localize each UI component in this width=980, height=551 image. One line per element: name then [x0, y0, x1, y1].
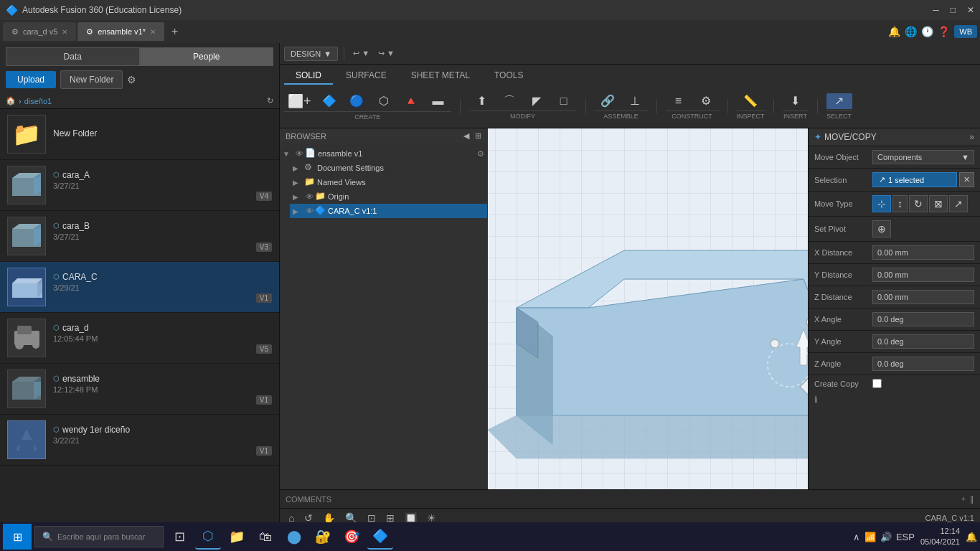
list-item[interactable]: ⬡ cara_d 12:05:44 PM V5: [0, 313, 279, 364]
revolve-button[interactable]: 🔵: [344, 93, 369, 109]
movecopy-expand-icon[interactable]: »: [969, 132, 974, 142]
notification-center-icon[interactable]: 🔔: [966, 532, 977, 542]
y-distance-input[interactable]: [872, 268, 974, 282]
tab-surface[interactable]: SURFACE: [334, 67, 398, 85]
taskbar-vpn-icon[interactable]: 🔐: [310, 524, 336, 550]
globe-icon[interactable]: 🌐: [905, 26, 917, 37]
people-tab-button[interactable]: People: [140, 47, 274, 66]
taskbar-clock[interactable]: 12:14 05/04/2021: [920, 526, 960, 548]
extrude-button[interactable]: 🔷: [316, 93, 342, 109]
taskbar-chrome-icon[interactable]: ⬤: [281, 524, 307, 550]
list-item[interactable]: ⬡ cara_B 3/27/21 V3: [0, 211, 279, 262]
along-axis-button[interactable]: ↕: [892, 195, 908, 212]
redo-button[interactable]: ↪ ▼: [375, 47, 397, 60]
list-item[interactable]: ⬡ CARA_C 3/29/21 V1: [0, 262, 279, 313]
point-to-point-button[interactable]: ↗: [949, 195, 968, 212]
wifi-icon[interactable]: 📶: [864, 532, 876, 542]
taskbar-explorer-icon[interactable]: 📁: [224, 524, 250, 550]
browser-collapse-icon[interactable]: ◀: [463, 131, 469, 141]
tree-expand-icon[interactable]: ▶: [293, 207, 303, 215]
loft-button[interactable]: 🔺: [398, 93, 424, 109]
data-tab-button[interactable]: Data: [6, 47, 140, 66]
title-controls[interactable]: ─ □ ✕: [933, 5, 974, 15]
tab-close-icon[interactable]: ✕: [150, 28, 156, 36]
create-copy-checkbox[interactable]: [872, 379, 882, 388]
taskbar-edge-icon[interactable]: ⬡: [195, 524, 221, 550]
viewport[interactable]: FRONT RIGHT TOP BROWSER ◀ ⊞ ▼: [280, 128, 980, 551]
tab-solid[interactable]: SOLID: [284, 67, 333, 85]
tree-expand-icon[interactable]: ▶: [293, 164, 303, 172]
new-folder-button[interactable]: New Folder: [60, 70, 123, 89]
z-distance-input[interactable]: [872, 290, 974, 304]
joint-button[interactable]: 🔗: [595, 93, 621, 109]
y-angle-input[interactable]: [872, 334, 974, 349]
set-pivot-button[interactable]: ⊕: [872, 220, 891, 237]
breadcrumb-folder[interactable]: diseño1: [24, 97, 52, 105]
press-pull-button[interactable]: ⬆: [469, 93, 495, 109]
tree-item-cara-c[interactable]: ▶ 👁 🔷 CARA_C v1:1: [290, 204, 487, 218]
list-item[interactable]: ⬡ cara_A 3/27/21 V4: [0, 160, 279, 211]
insert-button[interactable]: ⬇: [783, 93, 809, 109]
taskbar-app1-icon[interactable]: 🎯: [339, 524, 364, 550]
select-button[interactable]: ↗: [826, 93, 852, 109]
tree-expand-icon[interactable]: ▶: [293, 193, 303, 201]
selection-button[interactable]: ↗ 1 selected: [872, 172, 957, 187]
design-dropdown[interactable]: DESIGN ▼: [284, 47, 338, 61]
chamfer-button[interactable]: ◤: [524, 93, 550, 109]
notification-icon[interactable]: 🔔: [888, 26, 900, 37]
tab-close-icon[interactable]: ✕: [62, 28, 67, 36]
tree-settings-icon[interactable]: ⚙: [477, 149, 484, 159]
taskbar-fusion-icon[interactable]: 🔷: [367, 524, 393, 550]
rib-button[interactable]: ▬: [425, 93, 451, 109]
x-angle-input[interactable]: [872, 312, 974, 326]
tree-item-ensamble[interactable]: ▼ 👁 📄 ensamble v1 ⚙: [280, 146, 487, 161]
taskbar-store-icon[interactable]: 🛍: [253, 524, 278, 550]
tree-item-named-views[interactable]: ▶ 📁 Named Views: [290, 175, 487, 189]
list-item[interactable]: ⬡ wendy 1er diceño 3/22/21 V1: [0, 415, 279, 466]
x-distance-input[interactable]: [872, 245, 974, 260]
tree-visibility-icon[interactable]: 👁: [306, 192, 314, 201]
tree-item-doc-settings[interactable]: ▶ ⚙ Document Settings: [290, 161, 487, 175]
move-object-select[interactable]: Components ▼: [872, 150, 974, 164]
tree-visibility-icon[interactable]: 👁: [306, 207, 314, 215]
list-item[interactable]: 📁 New Folder: [0, 109, 279, 160]
free-move-button[interactable]: ⊹: [872, 195, 891, 212]
user-badge[interactable]: WB: [954, 25, 977, 38]
tree-expand-icon[interactable]: ▶: [293, 179, 303, 187]
fillet-button[interactable]: ⌒: [496, 93, 522, 109]
undo-button[interactable]: ↩ ▼: [350, 47, 372, 60]
tree-item-origin[interactable]: ▶ 👁 📁 Origin: [290, 189, 487, 204]
close-button[interactable]: ✕: [967, 5, 974, 15]
maximize-button[interactable]: □: [951, 5, 956, 15]
help-icon[interactable]: ❓: [938, 26, 950, 37]
tab-cara-d[interactable]: ⚙ cara_d v5 ✕: [3, 22, 76, 41]
rotate-button[interactable]: ↻: [909, 195, 928, 212]
tab-sheetmetal[interactable]: SHEET METAL: [400, 67, 481, 85]
tab-tools[interactable]: TOOLS: [483, 67, 534, 85]
browser-more-icon[interactable]: ⊞: [475, 131, 481, 141]
tab-ensamble[interactable]: ⚙ ensamble v1* ✕: [77, 22, 164, 41]
component-origin-button[interactable]: ⊠: [929, 195, 948, 212]
add-comment-icon[interactable]: +: [961, 494, 966, 504]
midplane-button[interactable]: ⚙: [693, 93, 719, 109]
list-item[interactable]: ⬡ ensamble 12:12:48 PM V1: [0, 364, 279, 415]
comments-expand-icon[interactable]: ‖: [970, 494, 974, 504]
minimize-button[interactable]: ─: [933, 5, 939, 15]
ground-button[interactable]: ⊥: [622, 93, 648, 109]
start-button[interactable]: ⊞: [3, 524, 32, 550]
new-component-button[interactable]: ⬜+: [284, 93, 315, 110]
taskbar-task-view-icon[interactable]: ⊡: [166, 524, 192, 550]
sweep-button[interactable]: ⬡: [371, 93, 397, 109]
offset-plane-button[interactable]: ≡: [666, 93, 692, 109]
panel-settings-icon[interactable]: ⚙: [127, 74, 136, 85]
chevron-up-icon[interactable]: ∧: [853, 532, 860, 542]
z-angle-input[interactable]: [872, 357, 974, 371]
tree-expand-icon[interactable]: ▼: [283, 150, 293, 158]
volume-icon[interactable]: 🔊: [880, 532, 892, 542]
refresh-icon[interactable]: ↻: [267, 96, 273, 105]
measure-button[interactable]: 📏: [738, 93, 763, 109]
add-tab-button[interactable]: +: [166, 25, 184, 38]
taskbar-search[interactable]: 🔍 Escribe aquí para buscar: [34, 526, 164, 547]
home-icon[interactable]: 🏠: [6, 96, 16, 105]
upload-button[interactable]: Upload: [6, 71, 56, 88]
